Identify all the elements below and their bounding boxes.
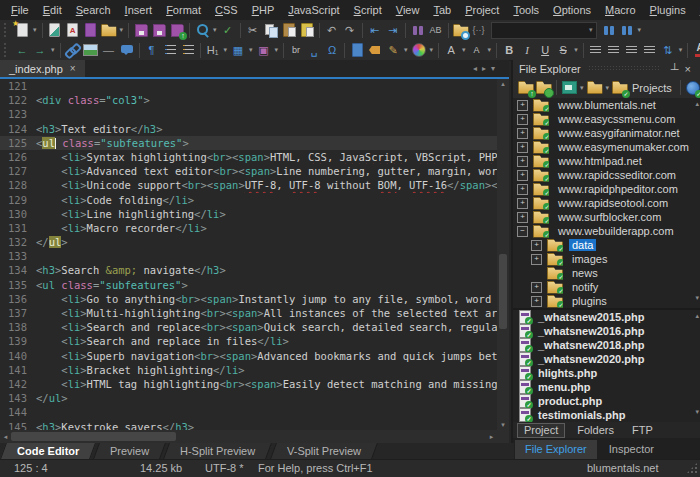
toolbar-grip[interactable]	[4, 23, 9, 37]
code-line-133[interactable]: 133	[0, 249, 497, 263]
strikethrough-button[interactable]: S	[554, 40, 572, 60]
unindent-button[interactable]: ⇤	[366, 20, 384, 40]
menu-item-options[interactable]: Options	[546, 2, 598, 18]
dock-tab-file-explorer[interactable]: File Explorer	[515, 440, 597, 459]
explorer-tab-ftp[interactable]: FTP	[626, 424, 659, 437]
italic-button[interactable]: I	[518, 40, 536, 60]
projects-button[interactable]: Projects	[611, 78, 677, 98]
tree-scroll-down-icon[interactable]: ▾	[695, 294, 699, 302]
menu-item-view[interactable]: View	[389, 2, 427, 18]
menu-item-script[interactable]: Script	[347, 2, 389, 18]
menu-item-format[interactable]: Format	[159, 2, 208, 18]
search-button[interactable]	[193, 20, 211, 40]
print-button[interactable]	[82, 20, 100, 40]
save-upload-button[interactable]	[168, 20, 186, 40]
horizontal-scrollbar-thumb[interactable]	[11, 432, 176, 441]
menu-item-macro[interactable]: Macro	[598, 2, 643, 18]
tree-expander-icon[interactable]: +	[517, 212, 528, 223]
file-item--whatsnew2020-php[interactable]: ✓_whatsnew2020.php	[513, 352, 700, 366]
tree-expander-icon[interactable]: +	[517, 100, 528, 111]
tree-expander-icon[interactable]: +	[517, 198, 528, 209]
insert-comment-button[interactable]	[118, 40, 136, 60]
align-right-button[interactable]	[623, 40, 641, 60]
font-size-decrease-button[interactable]: A	[468, 40, 486, 60]
indent-button[interactable]: ⇥	[384, 20, 402, 40]
file-item-product-php[interactable]: ✓product.php	[513, 394, 700, 408]
find-previous-button[interactable]	[600, 20, 618, 40]
vertical-scrollbar-thumb[interactable]	[499, 254, 507, 329]
code-line-131[interactable]: 131 <li>Macro recorder</li>	[0, 221, 497, 235]
line-spacing-dropdown[interactable]: ▾	[677, 46, 685, 54]
code-line-132[interactable]: 132</ul>	[0, 235, 497, 249]
save-all-button[interactable]	[150, 20, 168, 40]
code-line-139[interactable]: 139 <li>Search and replace in files</li>	[0, 334, 497, 348]
file-item--whatsnew2015-php[interactable]: ✓_whatsnew2015.php	[513, 310, 700, 324]
new-file-dropdown[interactable]: ▾	[31, 26, 39, 34]
document-template-button[interactable]	[64, 20, 82, 40]
close-icon[interactable]: ×	[682, 63, 694, 75]
align-center-button[interactable]	[605, 40, 623, 60]
underline-button[interactable]: U	[536, 40, 554, 60]
tree-expander-icon[interactable]: +	[517, 170, 528, 181]
heading-button[interactable]: H₁	[204, 40, 222, 60]
tree-expander-icon[interactable]: +	[531, 240, 542, 251]
insert-link-button[interactable]	[64, 40, 82, 60]
menu-item-css[interactable]: CSS	[208, 2, 245, 18]
code-line-135[interactable]: 135<ul class="subfeatures">	[0, 278, 497, 292]
code-line-121[interactable]: 121	[0, 79, 497, 93]
tree-item-www-rapidseotool-com[interactable]: +✓www.rapidseotool.com	[513, 196, 700, 210]
tree-item-plugins[interactable]: +✓plugins	[513, 294, 700, 308]
code-line-127[interactable]: 127 <li>Advanced text editor<br><span>Li…	[0, 164, 497, 178]
font-size-increase-button[interactable]: A	[442, 40, 460, 60]
search-dropdown[interactable]: ▾	[211, 26, 219, 34]
code-line-122[interactable]: 122<div class="col3">	[0, 93, 497, 107]
tree-expander-icon[interactable]: +	[531, 282, 542, 293]
spell-check-button[interactable]: ✓	[219, 20, 237, 40]
navigate-back-button[interactable]: ←	[13, 40, 31, 60]
undo-button[interactable]: ↶	[323, 20, 341, 40]
file-item-menu-php[interactable]: ✓menu.php	[513, 380, 700, 394]
heading-dropdown[interactable]: ▾	[222, 46, 230, 54]
code-line-144[interactable]: 144	[0, 405, 497, 419]
code-line-130[interactable]: 130 <li>Line highlighting</li>	[0, 207, 497, 221]
tab-close-icon[interactable]: ×	[70, 63, 76, 74]
tree-expander-icon[interactable]: +	[517, 114, 528, 125]
view-tab-h-split-preview[interactable]: H-Split Preview	[164, 443, 273, 459]
tree-expander-icon[interactable]: −	[517, 226, 528, 237]
save-button[interactable]	[132, 20, 150, 40]
tree-item-news[interactable]: ✓news	[513, 266, 700, 280]
line-break-button[interactable]: br	[287, 40, 305, 60]
tree-scroll-up-icon[interactable]: ▴	[695, 100, 699, 108]
code-line-123[interactable]: 123	[0, 107, 497, 121]
tab-scroll-left-button[interactable]: ◂	[473, 64, 477, 73]
view-tab-v-split-preview[interactable]: V-Split Preview	[270, 443, 378, 459]
format-painter-button[interactable]: ✎	[384, 40, 402, 60]
menu-item-tools[interactable]: Tools	[506, 2, 546, 18]
code-line-140[interactable]: 140 <li>Superb navigation<br><span>Advan…	[0, 349, 497, 363]
numbered-list-button[interactable]	[179, 40, 197, 60]
tree-item-www-surfblocker-com[interactable]: +✓www.surfblocker.com	[513, 210, 700, 224]
find-button[interactable]	[409, 20, 427, 40]
view-mode-button[interactable]	[560, 78, 578, 98]
insert-div-dropdown[interactable]: ▾	[273, 46, 281, 54]
color-picker-button[interactable]	[410, 40, 428, 60]
scroll-up-icon[interactable]: ▴	[497, 80, 509, 88]
tree-item-images[interactable]: +✓images	[513, 252, 700, 266]
code-line-126[interactable]: 126 <li>Syntax highlighting<br><span>HTM…	[0, 150, 497, 164]
font-color-button[interactable]	[691, 40, 700, 60]
code-line-145[interactable]: 145<h3>Keystroke savers</h3>	[0, 420, 497, 431]
align-justify-button[interactable]	[641, 40, 659, 60]
file-item--whatsnew2018-php[interactable]: ✓_whatsnew2018.php	[513, 338, 700, 352]
tree-item-www-easygifanimator-net[interactable]: +✓www.easygifanimator.net	[513, 126, 700, 140]
bold-button[interactable]: B	[500, 40, 518, 60]
font-size-decrease-dropdown[interactable]: ▾	[486, 46, 494, 54]
tree-item-data[interactable]: +✓data	[513, 238, 700, 252]
code-library-button[interactable]	[348, 40, 366, 60]
folder-menu-dropdown[interactable]: ▾	[604, 84, 612, 92]
code-area[interactable]: 121122<div class="col3">123124<h3>Text e…	[0, 79, 497, 430]
copy-button[interactable]	[262, 20, 280, 40]
tree-item-www-htmlpad-net[interactable]: +✓www.htmlpad.net	[513, 154, 700, 168]
folder-up-button[interactable]	[517, 78, 535, 98]
code-line-136[interactable]: 136 <li>Go to anything<br><span>Instantl…	[0, 292, 497, 306]
files-scroll-up-icon[interactable]: ▴	[695, 312, 699, 320]
